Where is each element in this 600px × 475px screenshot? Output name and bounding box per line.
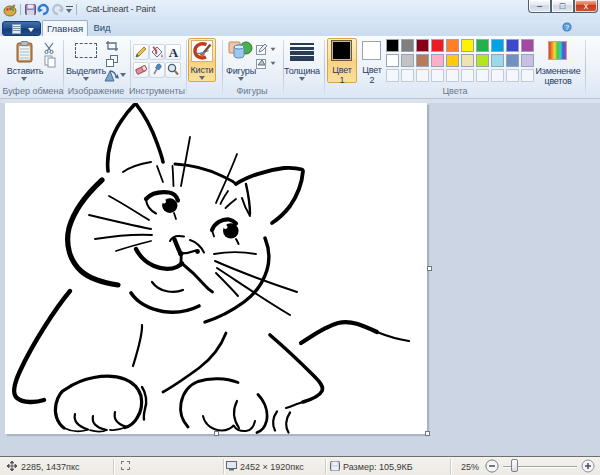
svg-text:?: ? bbox=[565, 24, 569, 31]
